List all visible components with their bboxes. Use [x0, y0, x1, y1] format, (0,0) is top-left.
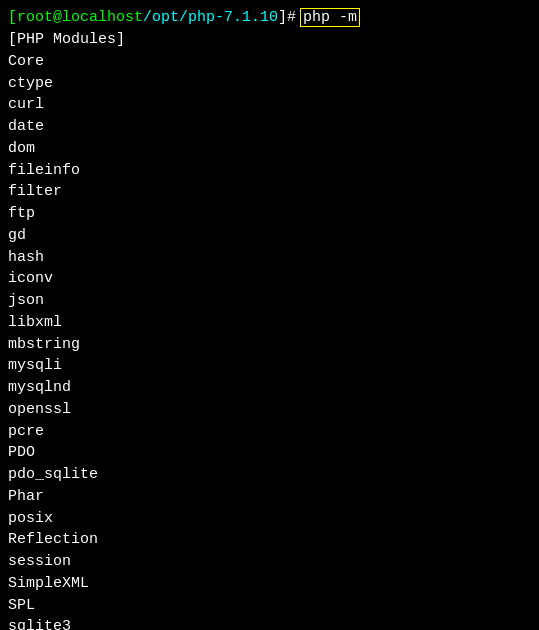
module-item: sqlite3 [8, 616, 531, 630]
module-item: libxml [8, 312, 531, 334]
module-item: pcre [8, 421, 531, 443]
module-item: mbstring [8, 334, 531, 356]
module-item: ctype [8, 73, 531, 95]
module-item: dom [8, 138, 531, 160]
module-item: PDO [8, 442, 531, 464]
terminal: [root@localhost /opt/php-7.1.10 ]# php -… [4, 4, 535, 630]
module-item: ftp [8, 203, 531, 225]
module-item: fileinfo [8, 160, 531, 182]
module-item: json [8, 290, 531, 312]
prompt-path: /opt/php-7.1.10 [143, 9, 278, 26]
module-item: Core [8, 51, 531, 73]
section-header: [PHP Modules] [8, 29, 531, 51]
module-item: openssl [8, 399, 531, 421]
module-item: Phar [8, 486, 531, 508]
module-item: Reflection [8, 529, 531, 551]
modules-list: Corectypecurldatedomfileinfofilterftpgdh… [8, 51, 531, 630]
prompt-user: [root@localhost [8, 9, 143, 26]
module-item: mysqli [8, 355, 531, 377]
module-item: mysqlnd [8, 377, 531, 399]
module-item: gd [8, 225, 531, 247]
module-item: SimpleXML [8, 573, 531, 595]
prompt-command: php -m [300, 8, 360, 27]
module-item: iconv [8, 268, 531, 290]
module-item: SPL [8, 595, 531, 617]
module-item: date [8, 116, 531, 138]
module-item: pdo_sqlite [8, 464, 531, 486]
module-item: curl [8, 94, 531, 116]
prompt-hash: ]# [278, 9, 296, 26]
module-item: filter [8, 181, 531, 203]
module-item: session [8, 551, 531, 573]
prompt-line: [root@localhost /opt/php-7.1.10 ]# php -… [8, 8, 531, 27]
module-item: hash [8, 247, 531, 269]
module-item: posix [8, 508, 531, 530]
